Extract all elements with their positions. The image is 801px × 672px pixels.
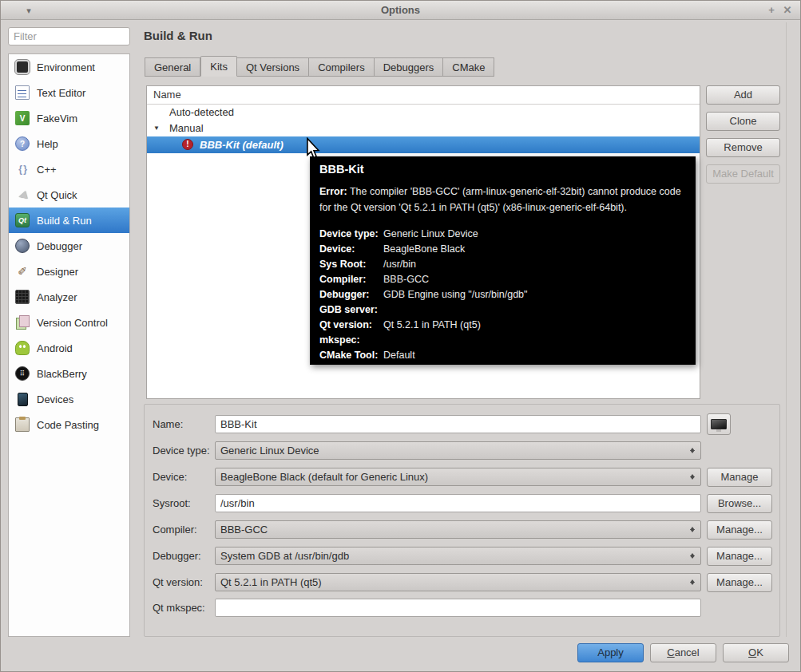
tooltip-row: GDB server: (319, 302, 686, 318)
sysroot-input[interactable] (215, 494, 701, 512)
tab-kits[interactable]: Kits (200, 56, 237, 77)
form-row-qt-mkspec: Qt mkspec: (145, 599, 779, 617)
page-title: Build & Run (144, 29, 212, 42)
tooltip-row: Debugger:GDB Engine using "/usr/bin/gdb" (319, 287, 686, 302)
scrollbar-track[interactable] (786, 22, 787, 637)
compiler-manage-button[interactable]: Manage... (707, 520, 772, 540)
sidebar-item-label: FakeVim (37, 113, 77, 125)
tooltip-row: Compiler:BBB-GCC (319, 272, 686, 287)
spinner-icon[interactable] (689, 521, 697, 538)
sidebar-item-environment[interactable]: Environment (9, 54, 129, 80)
sidebar-item-label: Designer (37, 266, 78, 278)
clone-button[interactable]: Clone (706, 112, 780, 131)
monitor-icon (711, 419, 727, 429)
tree-row-label: Manual (169, 121, 204, 136)
tree-row-label: BBB-Kit (default) (200, 136, 284, 153)
tooltip-row: Device:BeagleBone Black (319, 242, 686, 257)
make-default-button[interactable]: Make Default (706, 164, 780, 184)
device-manage-button[interactable]: Manage (707, 468, 772, 487)
sidebar-item-version-control[interactable]: Version Control (9, 310, 129, 335)
qt-version-manage-button[interactable]: Manage... (707, 573, 772, 592)
sidebar-item-designer[interactable]: Designer (9, 259, 129, 284)
category-sidebar: Environment Text Editor FakeVim Help C++… (8, 53, 130, 637)
sidebar-item-code-pasting[interactable]: Code Pasting (9, 412, 129, 437)
tree-row-manual[interactable]: ▼ Manual (147, 121, 700, 136)
apply-button[interactable]: Apply (577, 643, 644, 662)
designer-icon (15, 264, 30, 279)
tooltip-row-value: GDB Engine using "/usr/bin/gdb" (383, 287, 528, 302)
sidebar-item-help[interactable]: Help (9, 131, 129, 156)
tooltip-title: BBB-Kit (319, 163, 686, 176)
tooltip-row-value: Generic Linux Device (383, 227, 478, 242)
code-pasting-icon (15, 417, 30, 432)
version-control-icon (15, 315, 30, 330)
filter-input[interactable] (8, 27, 130, 45)
spinner-icon[interactable] (689, 468, 697, 485)
cancel-button[interactable]: Cancel (650, 643, 716, 662)
sidebar-item-label: Version Control (37, 317, 108, 329)
sidebar-item-cpp[interactable]: C++ (9, 156, 129, 182)
spinner-icon[interactable] (689, 547, 697, 564)
sidebar-item-build-and-run[interactable]: Build & Run (9, 208, 129, 233)
sidebar-item-text-editor[interactable]: Text Editor (9, 80, 129, 105)
tooltip-row-value: Qt 5.2.1 in PATH (qt5) (383, 318, 481, 333)
form-row-qt-version: Qt version: Qt 5.2.1 in PATH (qt5) Manag… (145, 573, 779, 591)
qt-version-label: Qt version: (153, 573, 203, 591)
device-type-select[interactable]: Generic Linux Device (215, 441, 701, 460)
tree-row-auto-detected[interactable]: Auto-detected (147, 105, 700, 121)
sidebar-item-fakevim[interactable]: FakeVim (9, 105, 129, 131)
sidebar-item-qt-quick[interactable]: Qt Quick (9, 182, 129, 208)
compiler-select[interactable]: BBB-GCC (215, 520, 701, 539)
name-input[interactable] (215, 415, 701, 433)
sidebar-item-android[interactable]: Android (9, 335, 129, 361)
devices-icon (15, 392, 30, 406)
device-type-label: Device type: (153, 441, 210, 460)
tree-column-header[interactable]: Name (147, 86, 700, 105)
ok-button[interactable]: OK (723, 643, 789, 662)
error-icon: ! (182, 139, 193, 150)
tooltip-row: Sys Root:/usr/bin (319, 257, 686, 272)
tab-debuggers[interactable]: Debuggers (375, 57, 444, 77)
debugger-select[interactable]: System GDB at /usr/bin/gdb (215, 547, 701, 565)
tab-cmake[interactable]: CMake (443, 57, 494, 77)
tooltip-error-label: Error: (319, 186, 347, 197)
fakevim-icon (15, 111, 30, 125)
sidebar-item-label: Build & Run (37, 215, 92, 227)
spinner-icon[interactable] (689, 574, 697, 591)
expand-arrow-icon[interactable]: ▼ (153, 121, 160, 136)
help-icon (15, 136, 30, 151)
kit-icon-button[interactable] (707, 413, 731, 435)
sidebar-item-analyzer[interactable]: Analyzer (9, 284, 129, 310)
tooltip-row-value: /usr/bin (383, 257, 416, 272)
analyzer-icon (15, 290, 30, 304)
remove-button[interactable]: Remove (706, 138, 780, 157)
sysroot-browse-button[interactable]: Browse... (707, 494, 772, 513)
sidebar-item-debugger[interactable]: Debugger (9, 233, 129, 259)
tooltip-row-value: BBB-GCC (383, 272, 429, 287)
device-select[interactable]: BeagleBone Black (default for Generic Li… (215, 468, 701, 486)
blackberry-icon (15, 366, 30, 381)
sidebar-item-label: Qt Quick (37, 189, 77, 201)
tree-row-bbb-kit[interactable]: ! BBB-Kit (default) (147, 136, 700, 153)
debugger-manage-button[interactable]: Manage... (707, 547, 772, 566)
tooltip-row: Device type:Generic Linux Device (319, 227, 686, 242)
add-button[interactable]: Add (706, 85, 780, 105)
sidebar-item-devices[interactable]: Devices (9, 386, 129, 412)
sidebar-item-label: Analyzer (37, 291, 77, 303)
tab-compilers[interactable]: Compilers (309, 57, 375, 77)
tab-qt-versions[interactable]: Qt Versions (237, 57, 309, 77)
sidebar-item-blackberry[interactable]: BlackBerry (9, 361, 129, 386)
maximize-icon[interactable]: + (763, 2, 779, 18)
device-value: BeagleBone Black (default for Generic Li… (220, 471, 428, 483)
text-editor-icon (15, 85, 30, 100)
tab-general[interactable]: General (145, 57, 200, 77)
form-row-name: Name: (145, 415, 779, 433)
form-row-compiler: Compiler: BBB-GCC Manage... (145, 520, 779, 539)
kit-form: Name: Device type: Generic Linux Device … (144, 404, 780, 637)
close-icon[interactable]: ✕ (779, 2, 795, 18)
qt-mkspec-input[interactable] (215, 599, 701, 617)
tooltip-error: Error: The compiler 'BBB-GCC' (arm-linux… (319, 184, 686, 215)
environment-icon (15, 60, 30, 74)
qt-version-select[interactable]: Qt 5.2.1 in PATH (qt5) (215, 573, 701, 591)
spinner-icon[interactable] (689, 442, 697, 459)
